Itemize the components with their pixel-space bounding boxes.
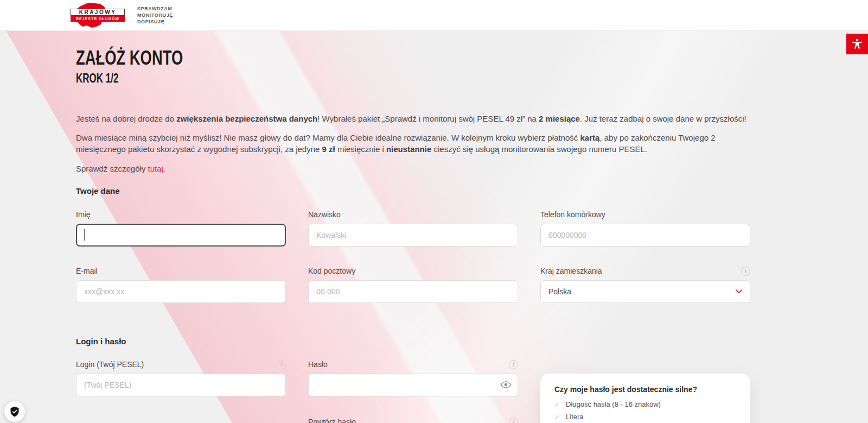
logo-tagline: SPRAWDZAM MONITORUJĘ DOPISUJĘ — [137, 5, 173, 25]
field-password: Hasło i — [308, 360, 518, 399]
field-country: Kraj zamieszkania i Polska — [540, 267, 750, 303]
password-strength-rules: ✓ Długość hasła (8 - 16 znaków) ✓ Litera… — [554, 400, 736, 423]
login-input[interactable] — [76, 374, 286, 396]
email-input[interactable] — [76, 280, 286, 303]
check-icon: ✓ — [554, 401, 560, 409]
section-title-your-data: Twoje dane — [76, 186, 751, 195]
intro-text: Jesteś na dobrej drodze do zwiększenia b… — [76, 113, 751, 174]
krd-logo[interactable]: KRAJOWY REJESTR DŁUGÓW SPRAWDZAM MONITOR… — [71, 2, 173, 28]
intro-paragraph-1: Jesteś na dobrej drodze do zwiększenia b… — [76, 113, 751, 124]
poland-map-icon: KRAJOWY REJESTR DŁUGÓW — [71, 2, 125, 28]
logo-text-primary: KRAJOWY — [71, 9, 125, 16]
shield-check-icon — [9, 406, 21, 418]
intro-paragraph-3: Sprawdź szczegóły tutaj. — [76, 163, 751, 174]
chevron-down-icon — [736, 289, 742, 294]
repeat-password-info-icon[interactable]: i — [509, 418, 518, 423]
postal-code-input[interactable] — [308, 280, 518, 303]
password-strength-box: Czy moje hasło jest dostatecznie silne? … — [540, 374, 750, 423]
country-select[interactable]: Polska — [540, 280, 750, 303]
details-link[interactable]: tutaj. — [148, 164, 166, 173]
repeat-password-label: Powtórz hasło — [308, 418, 356, 423]
first-name-label: Imię — [76, 210, 90, 219]
phone-label: Telefon komórkowy — [540, 210, 605, 219]
accessibility-person-icon — [851, 38, 863, 50]
country-label: Kraj zamieszkania — [540, 267, 602, 275]
text-caret — [84, 229, 85, 241]
password-info-icon[interactable]: i — [509, 360, 518, 369]
intro-paragraph-2: Dwa miesiące miną szybciej niż myślisz! … — [76, 132, 751, 155]
password-strength-title: Czy moje hasło jest dostatecznie silne? — [554, 385, 736, 394]
field-email: E-mail — [76, 267, 286, 303]
login-info-icon[interactable]: i — [277, 360, 286, 369]
main-content: ZAŁÓŻ KONTO KROK 1/2 Jesteś na dobrej dr… — [0, 31, 868, 423]
last-name-label: Nazwisko — [308, 210, 341, 219]
login-label: Login (Twój PESEL) — [76, 360, 144, 369]
privacy-shield-button[interactable] — [4, 401, 25, 422]
field-login: Login (Twój PESEL) i — [76, 360, 286, 399]
check-icon: ✓ — [554, 413, 560, 421]
top-header: KRAJOWY REJESTR DŁUGÓW SPRAWDZAM MONITOR… — [0, 0, 868, 31]
tagline-line-1: SPRAWDZAM — [137, 5, 173, 12]
field-repeat-password: Powtórz hasło i — [308, 418, 518, 423]
accessibility-button[interactable] — [846, 34, 868, 54]
page-step-indicator: KROK 1/2 — [76, 71, 751, 86]
country-selected-value: Polska — [548, 287, 571, 296]
logo-divider — [131, 5, 131, 25]
field-first-name: Imię — [76, 210, 286, 247]
password-hint-cell: Czy moje hasło jest dostatecznie silne? … — [540, 360, 750, 423]
last-name-input[interactable] — [308, 224, 518, 247]
logo-text-secondary: REJESTR DŁUGÓW — [71, 16, 125, 22]
tagline-line-3: DOPISUJĘ — [137, 18, 173, 25]
first-name-input[interactable] — [76, 224, 286, 247]
password-rule-letter: ✓ Litera — [554, 413, 736, 421]
field-last-name: Nazwisko — [308, 210, 518, 247]
password-visibility-toggle[interactable] — [499, 378, 512, 392]
country-info-icon[interactable]: i — [741, 267, 750, 276]
postal-code-label: Kod pocztowy — [308, 267, 355, 275]
password-rule-length: ✓ Długość hasła (8 - 16 znaków) — [554, 400, 736, 409]
tagline-line-2: MONITORUJĘ — [137, 12, 173, 18]
section-title-login-password: Login i hasło — [76, 337, 751, 346]
field-phone: Telefon komórkowy — [540, 210, 750, 247]
personal-data-grid: Imię Nazwisko Telefon komórkowy — [76, 210, 751, 303]
login-password-grid: Login (Twój PESEL) i Hasło i — [76, 360, 751, 423]
password-label: Hasło — [308, 360, 328, 369]
page-title: ZAŁÓŻ KONTO — [76, 48, 751, 68]
eye-icon — [500, 379, 512, 390]
password-input[interactable] — [308, 374, 518, 396]
phone-input[interactable] — [540, 224, 750, 247]
field-postal-code: Kod pocztowy — [308, 267, 518, 303]
email-label: E-mail — [76, 267, 98, 275]
